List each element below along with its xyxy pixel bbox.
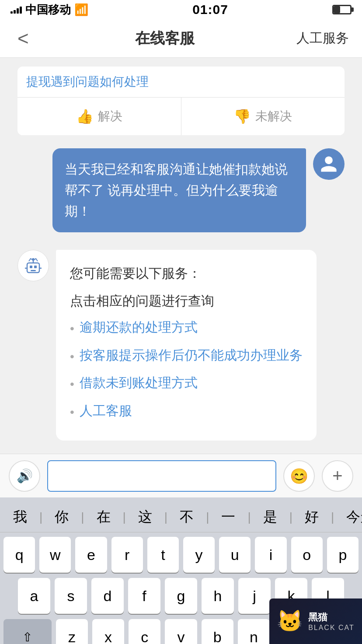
suggestion-wo[interactable]: 我 bbox=[7, 508, 33, 527]
bot-message-row: 您可能需要以下服务： 点击相应的问题进行查询 逾期还款的处理方式 按客服提示操作… bbox=[13, 245, 349, 445]
feedback-link[interactable]: 提现遇到问题如何处理 bbox=[17, 66, 345, 97]
bot-intro-line2: 点击相应的问题进行查询 bbox=[70, 290, 303, 312]
key-w[interactable]: w bbox=[39, 537, 71, 573]
key-e[interactable]: e bbox=[75, 537, 107, 573]
sep1: | bbox=[33, 510, 49, 524]
thumbs-up-icon: 👍 bbox=[76, 108, 94, 125]
bot-avatar bbox=[17, 250, 49, 281]
sep3: | bbox=[117, 510, 132, 524]
resolved-button[interactable]: 👍 解决 bbox=[17, 98, 181, 135]
user-avatar bbox=[313, 148, 345, 180]
svg-rect-7 bbox=[31, 270, 36, 271]
status-left: 中国移动 📶 bbox=[10, 2, 88, 18]
resolved-label: 解决 bbox=[98, 108, 122, 125]
key-b[interactable]: b bbox=[202, 619, 233, 644]
key-x[interactable]: x bbox=[92, 619, 124, 644]
plus-button[interactable]: + bbox=[322, 460, 353, 492]
thumbs-down-icon: 👎 bbox=[233, 108, 251, 125]
key-p[interactable]: p bbox=[327, 537, 359, 573]
key-row-1: q w e r t y u i o p bbox=[3, 537, 359, 573]
chat-area: 提现遇到问题如何处理 👍 解决 👎 未解决 当天我已经和客服沟通让她催扣款她说帮… bbox=[0, 58, 362, 454]
key-shift[interactable]: ⇧ bbox=[3, 619, 52, 644]
sep6: | bbox=[241, 510, 257, 524]
key-j[interactable]: j bbox=[238, 578, 271, 614]
suggestion-shi[interactable]: 是 bbox=[257, 508, 283, 527]
input-bar: 🔊 😊 + bbox=[0, 454, 362, 497]
suggestion-bu[interactable]: 不 bbox=[174, 508, 200, 527]
key-n[interactable]: n bbox=[238, 619, 270, 644]
plus-icon: + bbox=[332, 466, 342, 486]
status-right bbox=[332, 5, 352, 14]
emoji-icon: 😊 bbox=[290, 467, 308, 485]
sep2: | bbox=[75, 510, 90, 524]
key-a[interactable]: a bbox=[18, 578, 50, 614]
link-loan[interactable]: 借款未到账处理方式 bbox=[80, 373, 198, 392]
status-bar: 中国移动 📶 01:07 bbox=[0, 0, 362, 19]
key-o[interactable]: o bbox=[291, 537, 323, 573]
suggestion-hao[interactable]: 好 bbox=[299, 508, 325, 527]
suggestion-yi[interactable]: 一 bbox=[215, 508, 241, 527]
key-s[interactable]: s bbox=[55, 578, 87, 614]
human-service-button[interactable]: 人工服务 bbox=[296, 29, 349, 47]
key-h[interactable]: h bbox=[202, 578, 234, 614]
key-v[interactable]: v bbox=[165, 619, 197, 644]
key-y[interactable]: y bbox=[183, 537, 215, 573]
key-f[interactable]: f bbox=[128, 578, 160, 614]
list-item: 逾期还款的处理方式 bbox=[70, 317, 303, 339]
bot-link-list: 逾期还款的处理方式 按客服提示操作后仍不能成功办理业务 借款未到账处理方式 人工… bbox=[70, 317, 303, 422]
suggestion-zai[interactable]: 在 bbox=[90, 508, 117, 527]
unresolved-label: 未解决 bbox=[255, 108, 292, 125]
feedback-buttons: 👍 解决 👎 未解决 bbox=[17, 97, 345, 135]
emoji-button[interactable]: 😊 bbox=[283, 460, 315, 492]
carrier-label: 中国移动 bbox=[25, 2, 71, 18]
bot-intro-line1: 您可能需要以下服务： bbox=[70, 262, 303, 284]
message-input[interactable] bbox=[47, 460, 276, 492]
key-d[interactable]: d bbox=[91, 578, 124, 614]
watermark-chinese: 黑猫 bbox=[308, 611, 355, 624]
link-human[interactable]: 人工客服 bbox=[80, 401, 132, 420]
watermark-text: 黑猫 BLACK CAT bbox=[308, 611, 355, 632]
status-time: 01:07 bbox=[192, 2, 228, 17]
key-r[interactable]: r bbox=[111, 537, 143, 573]
feedback-card: 提现遇到问题如何处理 👍 解决 👎 未解决 bbox=[17, 66, 345, 135]
voice-icon: 🔊 bbox=[17, 468, 33, 483]
wifi-icon: 📶 bbox=[74, 3, 88, 17]
suggestion-ni[interactable]: 你 bbox=[49, 508, 75, 527]
cat-icon: 🐱 bbox=[277, 609, 303, 634]
list-item: 人工客服 bbox=[70, 401, 303, 423]
list-item: 按客服提示操作后仍不能成功办理业务 bbox=[70, 345, 303, 367]
battery-icon bbox=[332, 5, 352, 14]
key-c[interactable]: c bbox=[129, 619, 160, 644]
suggestion-jintian[interactable]: 今天 bbox=[340, 508, 362, 527]
keyboard-suggestions: 我 | 你 | 在 | 这 | 不 | 一 | 是 | 好 | 今天 ∨ bbox=[0, 502, 362, 532]
key-t[interactable]: t bbox=[147, 537, 179, 573]
key-q[interactable]: q bbox=[3, 537, 35, 573]
bot-bubble: 您可能需要以下服务： 点击相应的问题进行查询 逾期还款的处理方式 按客服提示操作… bbox=[56, 250, 317, 441]
user-message-row: 当天我已经和客服沟通让她催扣款她说帮不了 说再处理中。但为什么要我逾期！ bbox=[13, 144, 349, 237]
key-i[interactable]: i bbox=[255, 537, 286, 573]
link-operation[interactable]: 按客服提示操作后仍不能成功办理业务 bbox=[80, 345, 303, 365]
watermark: 🐱 黑猫 BLACK CAT bbox=[269, 598, 362, 644]
voice-button[interactable]: 🔊 bbox=[9, 460, 40, 492]
page-title: 在线客服 bbox=[135, 28, 195, 49]
user-bubble: 当天我已经和客服沟通让她催扣款她说帮不了 说再处理中。但为什么要我逾期！ bbox=[52, 148, 306, 232]
sep8: | bbox=[325, 510, 340, 524]
svg-rect-2 bbox=[34, 266, 37, 268]
suggestion-zhe[interactable]: 这 bbox=[132, 508, 158, 527]
watermark-english: BLACK CAT bbox=[308, 624, 355, 632]
key-u[interactable]: u bbox=[219, 537, 251, 573]
sep7: | bbox=[283, 510, 299, 524]
back-button[interactable]: < bbox=[13, 23, 33, 54]
key-g[interactable]: g bbox=[165, 578, 197, 614]
nav-bar: < 在线客服 人工服务 bbox=[0, 19, 362, 58]
sep5: | bbox=[200, 510, 215, 524]
list-item: 借款未到账处理方式 bbox=[70, 373, 303, 395]
key-z[interactable]: z bbox=[56, 619, 88, 644]
link-overdue[interactable]: 逾期还款的处理方式 bbox=[80, 317, 198, 337]
unresolved-button[interactable]: 👎 未解决 bbox=[181, 98, 345, 135]
svg-rect-1 bbox=[30, 266, 32, 268]
signal-icon bbox=[10, 6, 22, 14]
sep4: | bbox=[158, 510, 174, 524]
